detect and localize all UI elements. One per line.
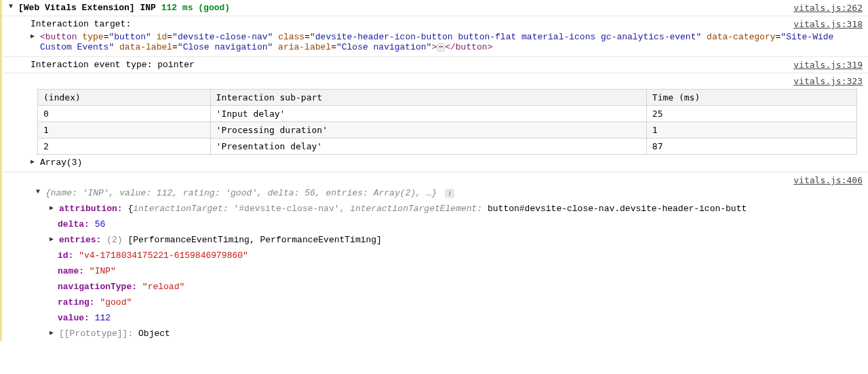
info-icon[interactable]: i xyxy=(445,189,454,198)
col-subpart: Interaction sub-part xyxy=(210,90,646,106)
attr-key: interactionTargetElement: xyxy=(350,204,482,214)
object-summary-row[interactable]: ▼ {name: 'INP', value: 112, rating: 'goo… xyxy=(0,185,868,201)
prop-value: 56 xyxy=(95,219,106,229)
chevron-right-icon[interactable]: ▶ xyxy=(50,235,58,243)
prop-value: "reload" xyxy=(142,282,184,292)
chevron-right-icon[interactable]: ▶ xyxy=(31,32,39,40)
table-row: 0 'Input delay' 25 xyxy=(38,106,857,122)
prop-key: delta: xyxy=(58,219,90,229)
source-link[interactable]: vitals.js:406 xyxy=(783,175,863,185)
source-link[interactable]: vitals.js:318 xyxy=(783,19,863,29)
entries-count: (2) xyxy=(106,235,122,245)
prop-key: rating: xyxy=(58,297,95,307)
subpart-table: (index) Interaction sub-part Time (ms) 0… xyxy=(37,89,857,155)
header-rating: (good) xyxy=(198,3,230,13)
console-header-row: ▼ [Web Vitals Extension] INP 112 ms (goo… xyxy=(0,0,868,16)
subpart-table-wrap: (index) Interaction sub-part Time (ms) 0… xyxy=(0,86,868,156)
prop-id: id: "v4-1718034175221-6159846979860" xyxy=(0,248,868,263)
table-header-row: (index) Interaction sub-part Time (ms) xyxy=(38,90,857,106)
prop-value: "good" xyxy=(100,297,132,307)
prop-key: [[Prototype]]: xyxy=(59,329,133,339)
object-source-row: vitals.js:406 xyxy=(0,172,868,185)
interaction-target-label: Interaction target: xyxy=(31,19,783,29)
prop-key: navigationType: xyxy=(58,282,137,292)
prop-value: Object xyxy=(138,329,170,339)
table-row: 2 'Presentation delay' 87 xyxy=(38,138,857,155)
table-row: 1 'Processing duration' 1 xyxy=(38,122,857,138)
chevron-right-icon[interactable]: ▶ xyxy=(31,157,39,166)
chevron-right-icon[interactable]: ▶ xyxy=(50,329,58,337)
prop-delta: delta: 56 xyxy=(0,217,868,232)
col-index: (index) xyxy=(38,90,211,106)
prop-entries[interactable]: ▶ entries: (2) [PerformanceEventTiming, … xyxy=(0,232,868,248)
prop-value: "INP" xyxy=(90,266,116,276)
source-link[interactable]: vitals.js:262 xyxy=(783,3,863,13)
chevron-down-icon[interactable]: ▼ xyxy=(36,188,44,195)
header-content: [Web Vitals Extension] INP 112 ms (good) xyxy=(18,3,783,13)
source-link[interactable]: vitals.js:319 xyxy=(783,60,863,70)
attr-val: button#devsite-close-nav.devsite-header-… xyxy=(488,204,747,214)
event-type-row: Interaction event type: pointer vitals.j… xyxy=(0,57,868,73)
prop-key: attribution: xyxy=(59,204,123,214)
object-summary: {name: 'INP', value: 112, rating: 'good'… xyxy=(45,188,437,198)
prop-key: entries: xyxy=(59,235,101,245)
attr-key: interactionTarget: xyxy=(133,204,228,214)
chevron-right-icon[interactable]: ▶ xyxy=(50,204,58,212)
header-value: 112 ms xyxy=(161,3,193,13)
ellipsis-icon[interactable]: ⋯ xyxy=(437,43,445,52)
html-element-preview[interactable]: <button type="button" id="devsite-close-… xyxy=(40,32,863,52)
attr-val: '#devsite-close-nav' xyxy=(234,204,340,214)
prop-key: value: xyxy=(58,313,90,323)
prop-navigation-type: navigationType: "reload" xyxy=(0,279,868,295)
prop-value-row: value: 112 xyxy=(0,310,868,326)
col-time: Time (ms) xyxy=(646,90,856,106)
prop-name: name: "INP" xyxy=(0,263,868,279)
prop-rating: rating: "good" xyxy=(0,295,868,310)
table-source-row: vitals.js:323 xyxy=(0,73,868,86)
interaction-target-element-row: ▶ <button type="button" id="devsite-clos… xyxy=(0,32,868,57)
event-type-text: Interaction event type: pointer xyxy=(31,60,783,70)
prop-key: name: xyxy=(58,266,84,276)
prop-attribution[interactable]: ▶ attribution: {interactionTarget: '#dev… xyxy=(0,201,868,217)
entries-value: [PerformanceEventTiming, PerformanceEven… xyxy=(127,235,381,245)
prop-key: id: xyxy=(58,250,73,261)
prop-value: 112 xyxy=(95,313,111,323)
array-summary-row: ▶ Array(3) xyxy=(0,156,868,172)
source-link[interactable]: vitals.js:323 xyxy=(783,76,863,86)
array-label[interactable]: Array(3) xyxy=(40,157,863,168)
prop-prototype[interactable]: ▶ [[Prototype]]: Object xyxy=(0,326,868,341)
chevron-down-icon[interactable]: ▼ xyxy=(9,3,17,10)
interaction-target-row: Interaction target: vitals.js:318 xyxy=(0,16,868,32)
header-title: [Web Vitals Extension] INP xyxy=(18,3,156,13)
prop-value: "v4-1718034175221-6159846979860" xyxy=(79,250,248,261)
